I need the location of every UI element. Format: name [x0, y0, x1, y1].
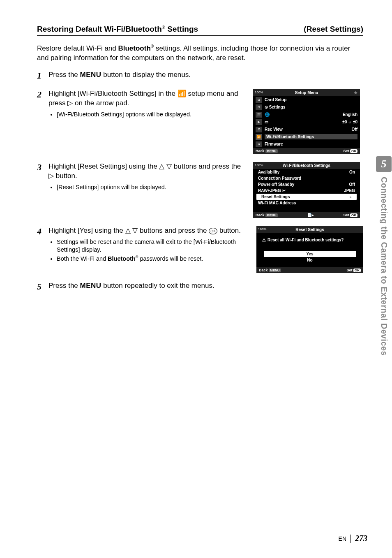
step-3-number: 3 — [37, 162, 48, 173]
movie-icon: 🎬 — [256, 112, 262, 118]
intro-paragraph: Restore default Wi-Fi and Bluetooth® set… — [37, 44, 363, 63]
step-4-number: 4 — [37, 226, 48, 237]
arrow-up-down-icon: △ ▽ — [125, 227, 138, 234]
playback-icon: ▶ — [256, 119, 262, 125]
chapter-title: Connecting the Camera to External Device… — [379, 177, 389, 356]
step-2-sub: [Wi-Fi/Bluetooth Settings] options will … — [48, 111, 246, 118]
star-icon: ★ — [354, 90, 357, 95]
chapter-number: 5 — [376, 156, 392, 172]
step-5-number: 5 — [37, 281, 48, 292]
wifi-icon: 📶 — [178, 90, 186, 97]
step-3-text: Highlight [Reset Settings] using the △ ▽… — [48, 162, 246, 181]
heading-right: (Reset Settings) — [304, 25, 363, 34]
arrow-up-down-icon: △ ▽ — [159, 162, 172, 170]
step-1: 1 Press the MENU button to display the m… — [37, 70, 363, 81]
wifi-tab-icon: 📶 — [256, 134, 262, 140]
screen-wifi-bt-settings: 100% Wi-Fi/Bluetooth Settings Availabili… — [253, 162, 360, 218]
section-heading: Restoring Default Wi-Fi/Bluetooth® Setti… — [37, 25, 363, 36]
heading-left-post: Settings — [165, 25, 198, 33]
screen-setup-menu: 100% Setup Menu ★ ◘Card Setup ◘⊙ Setting… — [253, 89, 360, 154]
step-3-sub: [Reset Settings] options will be display… — [48, 183, 246, 191]
step-3: 3 Highlight [Reset Settings] using the △… — [37, 162, 363, 218]
chevron-right-icon: ▸ — [348, 194, 352, 199]
step-2-text: Highlight [Wi-Fi/Bluetooth Settings] in … — [48, 89, 246, 108]
step-1-number: 1 — [37, 70, 48, 81]
screen3-title: Reset Settings — [295, 227, 324, 232]
step-4-sub: Settings will be reset and the camera wi… — [48, 238, 249, 263]
star-tab-icon: ★ — [256, 141, 262, 147]
arrow-right-icon: ▷ — [48, 172, 54, 180]
battery-icon: 100% — [255, 90, 263, 94]
battery-icon: 100% — [255, 163, 263, 167]
warning-icon — [262, 238, 267, 242]
footer-separator — [350, 535, 351, 543]
reset-confirm-message: Reset all Wi-Fi and Bluetooth settings? — [256, 233, 363, 245]
step-2-number: 2 — [37, 89, 48, 100]
footer-page-number: 273 — [355, 534, 367, 543]
heading-left-pre: Restoring Default Wi-Fi/Bluetooth — [37, 25, 162, 33]
arrow-right-icon: ▷ — [67, 99, 73, 107]
footer-lang: EN — [339, 535, 346, 542]
page-footer: EN 273 — [339, 534, 367, 543]
step-1-text: Press the MENU button to display the men… — [48, 70, 246, 80]
step-2: 2 Highlight [Wi-Fi/Bluetooth Settings] i… — [37, 89, 363, 154]
camera2-icon: ◘ — [256, 104, 262, 110]
screen1-title: Setup Menu — [295, 90, 318, 95]
option-no: No — [264, 257, 356, 263]
screen-reset-settings: 100% Reset Settings Reset all Wi-Fi and … — [256, 226, 363, 273]
battery-icon: 100% — [258, 227, 266, 231]
heading-left-sup: ® — [162, 25, 165, 30]
step-5: 5 Press the MENU button repeatedly to ex… — [37, 281, 363, 292]
step-5-text: Press the MENU button repeatedly to exit… — [48, 281, 246, 291]
option-yes: Yes — [264, 251, 356, 257]
screen2-title: Wi-Fi/Bluetooth Settings — [283, 163, 330, 168]
ok-button-icon: OK — [209, 228, 217, 234]
heading-left: Restoring Default Wi-Fi/Bluetooth® Setti… — [37, 25, 198, 34]
camera-icon: ◘ — [256, 97, 262, 103]
step-4-text: Highlight [Yes] using the △ ▽ buttons an… — [48, 226, 246, 236]
gear-icon: ⚙ — [256, 127, 262, 132]
side-tab: 5 Connecting the Camera to External Devi… — [376, 156, 392, 356]
page-icon: 📄▸ — [307, 213, 314, 217]
step-4: 4 Highlight [Yes] using the △ ▽ buttons … — [37, 226, 363, 273]
